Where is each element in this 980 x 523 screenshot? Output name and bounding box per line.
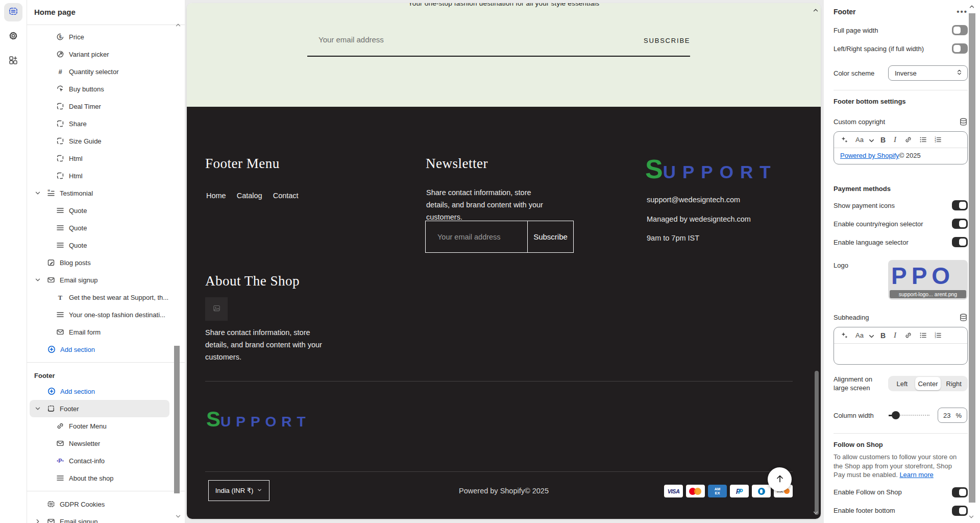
- toggle-full-page-width[interactable]: [952, 25, 968, 35]
- numbered-list-icon[interactable]: 123: [934, 136, 942, 144]
- tree-item-contact-info[interactable]: PContact-info: [30, 452, 169, 469]
- tree-item-email-signup[interactable]: Email signup: [30, 513, 169, 523]
- alignment-center-button[interactable]: Center: [915, 377, 941, 390]
- banner-email-input[interactable]: Your email address: [318, 35, 384, 44]
- newsletter-subscribe-button[interactable]: Subscribe: [527, 221, 573, 252]
- panel-menu-button[interactable]: •••: [957, 9, 968, 14]
- tree-item-footer-menu[interactable]: Footer Menu: [30, 417, 169, 435]
- bullet-list-icon[interactable]: [919, 136, 927, 144]
- envelope-icon: [47, 276, 55, 284]
- theme-settings-nav-button[interactable]: [4, 28, 22, 46]
- banner-subscribe-button[interactable]: SUBSCRIBE: [644, 37, 690, 44]
- copyright-editor-content[interactable]: Powered by Shopify© 2025: [834, 148, 967, 164]
- tree-item-email-form[interactable]: Email form: [30, 323, 169, 341]
- tree-item-newsletter[interactable]: Newsletter: [30, 435, 169, 452]
- bullet-list-icon[interactable]: [919, 331, 927, 339]
- tree-item-variant-picker[interactable]: Variant picker: [30, 45, 169, 63]
- tree-item-quote[interactable]: Quote: [30, 219, 169, 236]
- tree-item-deal-timer[interactable]: Deal Timer: [30, 98, 169, 115]
- magic-icon[interactable]: [841, 331, 848, 339]
- setting-label: Enable footer bottom: [834, 507, 895, 514]
- chevron-down-icon[interactable]: [868, 332, 873, 338]
- apps-nav-button[interactable]: [4, 52, 22, 70]
- newsletter-email-input[interactable]: Your email address: [426, 221, 527, 252]
- italic-button[interactable]: I: [893, 135, 897, 144]
- column-width-input[interactable]: 23 %: [938, 408, 967, 423]
- dynamic-source-icon[interactable]: [959, 313, 968, 322]
- logo-image-picker[interactable]: PPO support-logo... arent.png: [888, 260, 968, 300]
- color-scheme-select[interactable]: Inverse: [888, 65, 968, 81]
- preview-scroll-up-icon[interactable]: [812, 7, 819, 14]
- tree-item-quote[interactable]: Quote: [30, 202, 169, 219]
- link-icon[interactable]: [904, 331, 912, 339]
- tree-item-your-one-stop-fashion-destinati[interactable]: Your one-stop fashion destinati...: [30, 306, 169, 323]
- tree-item-gdpr-cookies[interactable]: GDPR Cookies: [30, 495, 169, 513]
- tree-item-get-the-best-wear-at-support-th[interactable]: TGet the best wear at Support, th...: [30, 289, 169, 306]
- subheading-label: Subheading: [834, 314, 869, 321]
- magic-icon[interactable]: [841, 136, 848, 144]
- bold-button[interactable]: B: [880, 331, 886, 340]
- tree-item-quote[interactable]: Quote: [30, 236, 169, 254]
- tree-item-footer[interactable]: Footer: [30, 400, 169, 417]
- tree-item-buy-buttons[interactable]: Buy buttons: [30, 80, 169, 98]
- add-section-button[interactable]: Add section: [30, 341, 169, 358]
- chevron-right-icon[interactable]: [34, 517, 42, 523]
- follow-toggles: Enable Follow on ShopEnable footer botto…: [834, 487, 968, 516]
- tree-item-price[interactable]: $Price: [30, 28, 169, 45]
- panel-scroll-up-icon[interactable]: [968, 3, 975, 10]
- subheading-editor-content[interactable]: [834, 344, 967, 364]
- bold-button[interactable]: B: [880, 136, 886, 144]
- tree-item-quantity-selector[interactable]: #Quantity selector: [30, 63, 169, 80]
- footer-link-contact[interactable]: Contact: [273, 192, 299, 200]
- toggle-enable-footer-bottom[interactable]: [952, 506, 968, 516]
- sections-nav-button[interactable]: [4, 3, 22, 21]
- panel-scroll-down-icon[interactable]: [968, 513, 975, 521]
- dashed-icon: [56, 172, 64, 180]
- chevron-down-icon[interactable]: [868, 137, 873, 142]
- link-icon[interactable]: [904, 136, 912, 144]
- italic-button[interactable]: I: [893, 331, 897, 340]
- learn-more-link[interactable]: Learn more: [899, 471, 933, 479]
- tree-item-about-the-shop[interactable]: About the shop: [30, 469, 169, 487]
- tree-item-html[interactable]: Html: [30, 150, 169, 167]
- richtext-toolbar: Aa B I 123: [834, 327, 967, 344]
- footer-menu-links: HomeCatalogContact: [206, 192, 299, 200]
- alignment-left-button[interactable]: Left: [889, 377, 915, 390]
- toggle-enable-language-selector[interactable]: [952, 237, 968, 247]
- tree-item-size-guide[interactable]: Size Guide: [30, 132, 169, 150]
- dynamic-source-icon[interactable]: [959, 117, 968, 126]
- section-tree: $PriceVariant picker#Quantity selectorBu…: [27, 25, 185, 523]
- toggle-enable-follow-on-shop[interactable]: [952, 487, 968, 497]
- tree-item-email-signup[interactable]: Email signup: [30, 271, 169, 289]
- preview-scrollbar[interactable]: [815, 371, 819, 515]
- toggle-show-payment-icons[interactable]: [952, 200, 968, 210]
- tree-item-blog-posts[interactable]: Blog posts: [30, 254, 169, 271]
- slider-knob[interactable]: [892, 411, 900, 419]
- sidebar-scrollbar[interactable]: [174, 346, 180, 493]
- panel-scrollbar[interactable]: [969, 13, 975, 503]
- text-icon: T: [56, 293, 64, 301]
- footer-link-catalog[interactable]: Catalog: [237, 192, 262, 200]
- payment-toggles: Show payment iconsEnable country/region …: [834, 200, 968, 248]
- chevron-down-icon[interactable]: [34, 405, 42, 413]
- column-width-slider[interactable]: [889, 411, 929, 420]
- alignment-right-button[interactable]: Right: [941, 377, 967, 390]
- sidebar-scroll-up-icon[interactable]: [175, 21, 182, 29]
- footer-link-home[interactable]: Home: [206, 192, 226, 200]
- font-style-button[interactable]: Aa: [855, 136, 864, 144]
- logo-rest: UPPORT: [220, 414, 311, 430]
- preview-scroll-down-icon[interactable]: [812, 509, 819, 516]
- scroll-to-top-button[interactable]: [768, 467, 792, 491]
- copyright-link[interactable]: Powered by Shopify: [840, 152, 899, 159]
- tree-item-html[interactable]: Html: [30, 167, 169, 184]
- add-section-button[interactable]: Add section: [30, 383, 169, 400]
- sidebar-scroll-down-icon[interactable]: [175, 513, 182, 520]
- tree-item-testimonial[interactable]: “Testimonial: [30, 184, 169, 202]
- chevron-down-icon[interactable]: [34, 189, 42, 197]
- tree-item-share[interactable]: Share: [30, 115, 169, 132]
- font-style-button[interactable]: Aa: [855, 331, 864, 339]
- toggle-enable-country-region-selector[interactable]: [952, 219, 968, 229]
- numbered-list-icon[interactable]: 123: [934, 331, 942, 339]
- chevron-down-icon[interactable]: [34, 276, 42, 284]
- toggle-left-right-spacing-if-full-width[interactable]: [952, 43, 968, 54]
